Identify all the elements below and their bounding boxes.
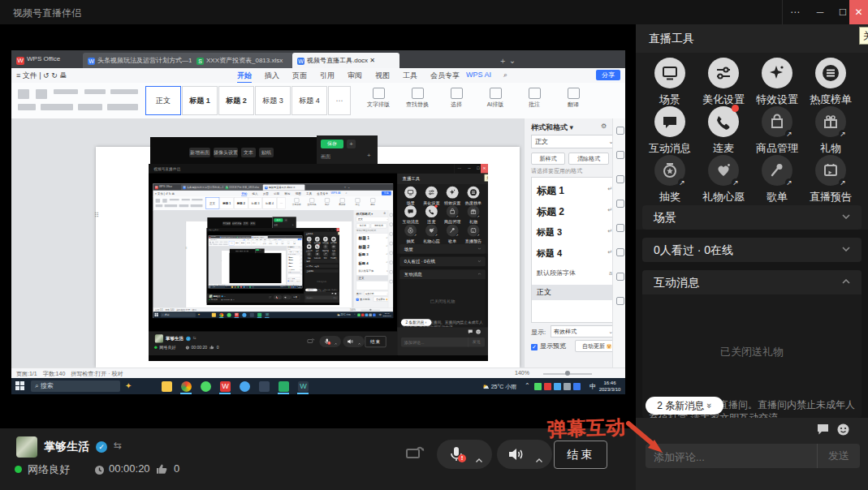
- wps-menu-member[interactable]: 会员专享: [317, 191, 328, 196]
- tool-scene[interactable]: 场景: [643, 58, 697, 107]
- tool-gift[interactable]: ↗ 礼物: [463, 205, 484, 225]
- styles-panel-dropdown[interactable]: 正文⌄: [356, 217, 390, 222]
- gear-icon[interactable]: ⚙: [299, 247, 300, 247]
- style-list-default-font[interactable]: 默认段落字体a: [358, 269, 388, 272]
- browser-icon[interactable]: [227, 313, 231, 317]
- avatar[interactable]: [209, 294, 213, 298]
- ime-indicator[interactable]: 中: [379, 313, 382, 316]
- wps-taskbar-icon[interactable]: W: [220, 381, 231, 392]
- section-scene[interactable]: 场景: [304, 260, 338, 264]
- chrome-icon[interactable]: [181, 381, 192, 392]
- tray-icon[interactable]: [554, 383, 561, 390]
- style-list-h4[interactable]: 标题 4↵: [358, 260, 388, 265]
- microphone-button[interactable]: !: [437, 440, 492, 469]
- weather-status[interactable]: ⛅ 25°C 小雨: [280, 286, 285, 288]
- speaker-button[interactable]: [283, 295, 291, 300]
- clear-format-button[interactable]: 清除格式: [371, 224, 387, 229]
- browser-icon[interactable]: [201, 381, 211, 392]
- doc-tab-3-active[interactable]: W视频号直播工具.docx ✕: [263, 184, 305, 190]
- new-tab-button[interactable]: ＋ ⌄: [343, 186, 350, 190]
- style-heading4[interactable]: 标题 4: [262, 197, 276, 208]
- style-heading1[interactable]: 标题 1: [220, 197, 234, 208]
- more-menu-button[interactable]: ⋯: [455, 164, 464, 174]
- style-list-h2[interactable]: 标题 2↵: [358, 244, 388, 250]
- app-icon[interactable]: [250, 313, 254, 317]
- ribbon-tool-ai[interactable]: AI排版: [477, 88, 513, 109]
- emoji-icon[interactable]: [476, 329, 482, 335]
- style-list-h2[interactable]: 标题 2↵: [289, 260, 301, 262]
- comment-input[interactable]: 添加评论... 发送: [305, 296, 338, 300]
- style-list-h4[interactable]: 标题 4↵: [289, 266, 301, 268]
- weather-status[interactable]: ⛅ 25°C 小雨: [482, 383, 516, 391]
- show-preview-checkbox[interactable]: ✓显示预览: [356, 298, 370, 301]
- style-heading3[interactable]: 标题 3: [255, 86, 291, 115]
- style-list-normal-selected[interactable]: 正文↵: [356, 275, 391, 281]
- close-button[interactable]: ✕: [481, 164, 488, 174]
- wps-menu-ai[interactable]: WPS AI: [330, 191, 340, 195]
- show-preview-checkbox[interactable]: ✓显示预览: [288, 280, 294, 282]
- wps-file-menu[interactable]: ≡ 文件 | ↺ ↻ 🖶: [155, 191, 175, 196]
- style-list-default-font[interactable]: 默认段落字体a: [537, 269, 614, 277]
- wechat-icon[interactable]: [279, 381, 289, 392]
- screen-capture-preview[interactable]: WWPS Office W头条视频玩法及运营计划方式—1 SXXX资产投资表_0…: [153, 183, 393, 318]
- start-button[interactable]: [154, 313, 158, 317]
- wps-home-tab[interactable]: WWPS Office: [155, 185, 172, 189]
- styles-panel-dropdown[interactable]: 正文⌄: [531, 135, 617, 148]
- style-normal[interactable]: 正文: [145, 86, 181, 115]
- screen-capture-preview[interactable]: WWPS Office W头条视频玩法及运营计划方式—1 SXXX资产投资表_0…: [209, 235, 303, 288]
- tray-icon[interactable]: [361, 314, 365, 317]
- style-heading2[interactable]: 标题 2: [234, 197, 248, 208]
- style-list-h3[interactable]: 标题 3↵: [537, 226, 614, 239]
- wps-menu-page[interactable]: 页面: [263, 191, 269, 196]
- tool-beauty[interactable]: 美化设置: [421, 187, 442, 206]
- styles-panel-dropdown[interactable]: 正文⌄: [288, 248, 301, 251]
- new-style-button[interactable]: 新样式: [356, 224, 369, 229]
- active-app-icon[interactable]: W: [265, 313, 269, 317]
- switch-account-icon[interactable]: ⇆: [224, 295, 226, 297]
- end-live-button[interactable]: 结束: [291, 295, 300, 299]
- new-style-button[interactable]: 新样式: [531, 153, 565, 165]
- comment-input[interactable]: 添加评论... 发送: [401, 337, 485, 347]
- section-interactive-messages[interactable]: 互动消息: [642, 270, 862, 294]
- screen-capture-preview[interactable]: WWPS Office W头条视频玩法及运营计划方式—1 SXXX资产投资表_0…: [11, 50, 625, 394]
- comment-input[interactable]: 添加评论... 发送: [646, 444, 860, 468]
- qq-icon[interactable]: [244, 286, 245, 288]
- wechat-icon[interactable]: [257, 313, 261, 317]
- gear-icon[interactable]: ⚙: [601, 122, 607, 130]
- tool-effects[interactable]: 特效设置: [442, 187, 463, 206]
- chevron-up-icon[interactable]: [476, 451, 482, 455]
- explorer-icon[interactable]: [162, 381, 172, 392]
- style-list-h1[interactable]: 标题 1↵: [537, 184, 614, 198]
- style-heading3[interactable]: 标题 3: [248, 197, 262, 208]
- tool-scene[interactable]: 场景: [400, 187, 421, 206]
- style-normal[interactable]: 正文: [229, 241, 235, 246]
- wps-menu-reference[interactable]: 引用: [274, 191, 279, 196]
- ribbon-tool-comment[interactable]: 批注: [516, 88, 552, 109]
- style-more[interactable]: ⋯: [257, 241, 260, 246]
- new-messages-badge[interactable]: 2 条新消息 »: [401, 319, 432, 326]
- ribbon-tool-find[interactable]: 查找替换: [304, 198, 318, 206]
- browser-icon[interactable]: [237, 286, 239, 288]
- ribbon-tool-ai[interactable]: AI排版: [335, 198, 349, 206]
- style-heading4[interactable]: 标题 4: [251, 241, 257, 246]
- app-icon[interactable]: [246, 286, 248, 288]
- chat-bubble-icon[interactable]: [331, 293, 334, 295]
- tool-call[interactable]: 连麦: [421, 205, 442, 225]
- style-heading2[interactable]: 标题 2: [218, 86, 254, 115]
- tool-scene[interactable]: 场景: [305, 237, 313, 244]
- tray-icon[interactable]: [573, 383, 581, 390]
- tool-lottery[interactable]: ↗ 抽奖: [400, 225, 421, 244]
- close-button[interactable]: ✕: [849, 0, 868, 24]
- doc-tab-1[interactable]: W头条视频玩法及运营计划方式—1: [181, 184, 226, 190]
- tool-lottery[interactable]: ↗ 抽奖: [643, 155, 697, 204]
- tool-call[interactable]: 连麦: [313, 244, 322, 251]
- ribbon-tool-translate[interactable]: 翻译: [365, 198, 379, 206]
- tool-beauty[interactable]: 美化设置: [697, 58, 750, 107]
- ribbon-tool-select[interactable]: 选择: [320, 198, 334, 206]
- section-interactive-messages[interactable]: 互动消息: [399, 269, 486, 279]
- ime-indicator[interactable]: 中: [589, 382, 596, 391]
- style-list-default-font[interactable]: 默认段落字体a: [289, 269, 301, 271]
- tool-ranking[interactable]: 热度榜单: [463, 187, 484, 206]
- tray-icon[interactable]: [357, 314, 361, 317]
- ribbon-tool-find[interactable]: 查找替换: [399, 88, 435, 109]
